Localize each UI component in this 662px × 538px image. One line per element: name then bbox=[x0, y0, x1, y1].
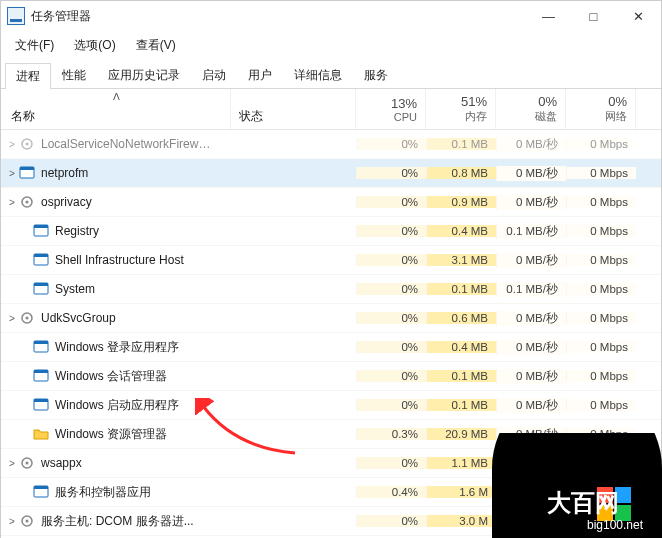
header-memory[interactable]: 51% 内存 bbox=[426, 89, 496, 129]
svg-rect-7 bbox=[34, 225, 48, 228]
process-name: UdkSvcGroup bbox=[41, 311, 116, 325]
process-name-cell[interactable]: System bbox=[1, 281, 231, 297]
process-network-cell: 0 Mbps bbox=[566, 196, 636, 208]
menu-options[interactable]: 选项(O) bbox=[70, 35, 119, 56]
svg-point-13 bbox=[26, 317, 29, 320]
svg-rect-17 bbox=[34, 370, 48, 373]
process-name-cell[interactable]: 服务和控制器应用 bbox=[1, 484, 231, 501]
process-network-cell: 0 Mbps bbox=[566, 283, 636, 295]
process-network-cell: 0 Mbps bbox=[566, 254, 636, 266]
gear-icon bbox=[19, 310, 35, 326]
process-row[interactable]: 服务和控制器应用0.4%1.6 M bbox=[1, 478, 661, 507]
tabs: 进程 性能 应用历史记录 启动 用户 详细信息 服务 bbox=[1, 62, 661, 89]
gear-icon bbox=[19, 136, 35, 152]
svg-rect-3 bbox=[20, 167, 34, 170]
menu-view[interactable]: 查看(V) bbox=[132, 35, 180, 56]
process-name-cell[interactable]: Shell Infrastructure Host bbox=[1, 252, 231, 268]
process-memory-cell: 0.4 MB bbox=[426, 341, 496, 353]
process-disk-cell: 0 MB/秒 bbox=[496, 137, 566, 152]
process-name-cell[interactable]: >UdkSvcGroup bbox=[1, 310, 231, 326]
close-button[interactable]: ✕ bbox=[616, 1, 661, 31]
process-name-cell[interactable]: Windows 会话管理器 bbox=[1, 368, 231, 385]
header-disk[interactable]: 0% 磁盘 bbox=[496, 89, 566, 129]
maximize-button[interactable]: □ bbox=[571, 1, 616, 31]
process-row[interactable]: Registry0%0.4 MB0.1 MB/秒0 Mbps bbox=[1, 217, 661, 246]
service-icon bbox=[33, 484, 49, 500]
process-network-cell: 0 Mbps bbox=[566, 341, 636, 353]
process-row[interactable]: >osprivacy0%0.9 MB0 MB/秒0 Mbps bbox=[1, 188, 661, 217]
process-name: Shell Infrastructure Host bbox=[55, 253, 184, 267]
process-name-cell[interactable]: >netprofm bbox=[1, 165, 231, 181]
process-name-cell[interactable]: >LocalServiceNoNetworkFirew… bbox=[1, 136, 231, 152]
expand-icon[interactable]: > bbox=[5, 458, 19, 469]
svg-rect-11 bbox=[34, 283, 48, 286]
process-cpu-cell: 0% bbox=[356, 283, 426, 295]
process-memory-cell: 0.1 MB bbox=[426, 399, 496, 411]
expand-icon[interactable]: > bbox=[5, 313, 19, 324]
process-name-cell[interactable]: Windows 资源管理器 bbox=[1, 426, 231, 443]
svg-rect-23 bbox=[34, 486, 48, 489]
process-row[interactable]: System0%0.1 MB0.1 MB/秒0 Mbps bbox=[1, 275, 661, 304]
process-name-cell[interactable]: Windows 启动应用程序 bbox=[1, 397, 231, 414]
service-icon bbox=[33, 252, 49, 268]
tab-services[interactable]: 服务 bbox=[353, 62, 399, 88]
service-icon bbox=[19, 165, 35, 181]
process-memory-cell: 20.9 MB bbox=[426, 428, 496, 440]
process-memory-cell: 1.6 M bbox=[426, 486, 496, 498]
process-row[interactable]: >UdkSvcGroup0%0.6 MB0 MB/秒0 Mbps bbox=[1, 304, 661, 333]
process-name-cell[interactable]: >wsappx bbox=[1, 455, 231, 471]
folder-icon bbox=[33, 426, 49, 442]
tab-startup[interactable]: 启动 bbox=[191, 62, 237, 88]
process-name: System bbox=[55, 282, 95, 296]
process-name: netprofm bbox=[41, 166, 88, 180]
process-network-cell: 0 Mbps bbox=[566, 312, 636, 324]
process-disk-cell: 0.1 MB/秒 bbox=[496, 282, 566, 297]
tab-details[interactable]: 详细信息 bbox=[283, 62, 353, 88]
process-row[interactable]: Windows 启动应用程序0%0.1 MB0 MB/秒0 Mbps bbox=[1, 391, 661, 420]
header-name[interactable]: ᐱ 名称 bbox=[1, 89, 231, 129]
process-name-cell[interactable]: >osprivacy bbox=[1, 194, 231, 210]
process-cpu-cell: 0% bbox=[356, 138, 426, 150]
expand-icon[interactable]: > bbox=[5, 197, 19, 208]
tab-users[interactable]: 用户 bbox=[237, 62, 283, 88]
expand-icon[interactable]: > bbox=[5, 139, 19, 150]
tab-processes[interactable]: 进程 bbox=[5, 63, 51, 89]
header-cpu[interactable]: 13% CPU bbox=[356, 89, 426, 129]
process-name-cell[interactable]: Registry bbox=[1, 223, 231, 239]
process-memory-cell: 0.1 MB bbox=[426, 283, 496, 295]
service-icon bbox=[33, 397, 49, 413]
tab-history[interactable]: 应用历史记录 bbox=[97, 62, 191, 88]
expand-icon[interactable]: > bbox=[5, 516, 19, 527]
header-network[interactable]: 0% 网络 bbox=[566, 89, 636, 129]
process-name-cell[interactable]: Windows 登录应用程序 bbox=[1, 339, 231, 356]
process-row[interactable]: >netprofm0%0.8 MB0 MB/秒0 Mbps bbox=[1, 159, 661, 188]
svg-rect-19 bbox=[34, 399, 48, 402]
process-cpu-cell: 0% bbox=[356, 167, 426, 179]
menubar: 文件(F) 选项(O) 查看(V) bbox=[1, 31, 661, 62]
process-cpu-cell: 0.4% bbox=[356, 486, 426, 498]
menu-file[interactable]: 文件(F) bbox=[11, 35, 58, 56]
process-memory-cell: 0.1 MB bbox=[426, 138, 496, 150]
tab-performance[interactable]: 性能 bbox=[51, 62, 97, 88]
header-status[interactable]: 状态 bbox=[231, 89, 356, 129]
process-row[interactable]: Shell Infrastructure Host0%3.1 MB0 MB/秒0… bbox=[1, 246, 661, 275]
process-row[interactable]: >LocalServiceNoNetworkFirew…0%0.1 MB0 MB… bbox=[1, 130, 661, 159]
process-row[interactable]: Windows 会话管理器0%0.1 MB0 MB/秒0 Mbps bbox=[1, 362, 661, 391]
process-row[interactable]: Windows 登录应用程序0%0.4 MB0 MB/秒0 Mbps bbox=[1, 333, 661, 362]
process-memory-cell: 3.1 MB bbox=[426, 254, 496, 266]
sort-asc-icon: ᐱ bbox=[11, 91, 222, 102]
process-network-cell: 0 Mbps bbox=[566, 167, 636, 179]
minimize-button[interactable]: — bbox=[526, 1, 571, 31]
process-name-cell[interactable]: >服务主机: DCOM 服务器进... bbox=[1, 513, 231, 530]
process-row[interactable]: >服务主机: DCOM 服务器进...0%3.0 M bbox=[1, 507, 661, 536]
process-disk-cell: 0 MB/秒 bbox=[496, 340, 566, 355]
titlebar[interactable]: 任务管理器 — □ ✕ bbox=[1, 1, 661, 31]
process-disk-cell: 0 MB/秒 bbox=[496, 427, 566, 442]
process-name: Windows 会话管理器 bbox=[55, 368, 167, 385]
process-memory-cell: 0.9 MB bbox=[426, 196, 496, 208]
process-network-cell: 0 Mbps bbox=[566, 225, 636, 237]
process-row[interactable]: Windows 资源管理器0.3%20.9 MB0 MB/秒0 Mbps bbox=[1, 420, 661, 449]
expand-icon[interactable]: > bbox=[5, 168, 19, 179]
process-row[interactable]: >wsappx0%1.1 MB bbox=[1, 449, 661, 478]
process-disk-cell: 0.1 MB/秒 bbox=[496, 224, 566, 239]
